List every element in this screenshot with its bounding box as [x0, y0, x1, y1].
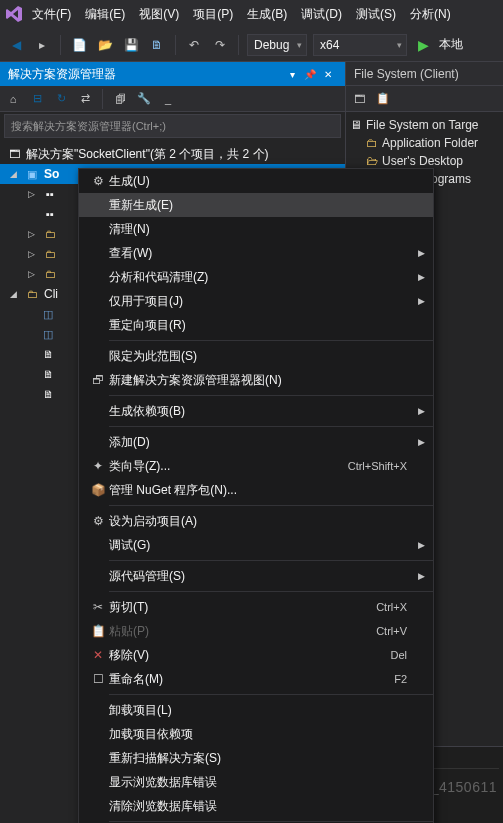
redo-button[interactable]: ↷: [210, 35, 230, 55]
expand-icon[interactable]: ▷: [28, 249, 38, 259]
context-menu-item[interactable]: 源代码管理(S)▶: [79, 564, 433, 588]
props-icon[interactable]: 🔧: [135, 90, 153, 108]
context-menu-item[interactable]: ⚙设为启动项目(A): [79, 509, 433, 533]
menu-item-label: 移除(V): [109, 647, 390, 664]
menu-build[interactable]: 生成(B): [241, 2, 293, 27]
project-context-menu: ⚙生成(U)重新生成(E)清理(N)查看(W)▶分析和代码清理(Z)▶仅用于项目…: [78, 168, 434, 823]
menu-item-shortcut: Ctrl+V: [376, 625, 413, 637]
context-menu-item[interactable]: 加载项目依赖项: [79, 722, 433, 746]
context-menu-item[interactable]: 重定向项目(R): [79, 313, 433, 337]
home-icon[interactable]: ⌂: [4, 90, 22, 108]
run-label: 本地: [439, 36, 463, 53]
submenu-arrow-icon: ▶: [413, 296, 425, 306]
context-menu-item[interactable]: 限定为此范围(S): [79, 344, 433, 368]
menu-separator: [109, 340, 433, 341]
menu-item-label: 分析和代码清理(Z): [109, 269, 413, 286]
context-menu-item[interactable]: ⚙生成(U): [79, 169, 433, 193]
solution-icon: 🗔: [6, 147, 22, 161]
menu-item-label: 加载项目依赖项: [109, 726, 413, 743]
project-icon: 🗀: [24, 287, 40, 301]
file-icon: 🗎: [40, 367, 56, 381]
folder-icon: 🗁: [366, 154, 378, 168]
menu-analyze[interactable]: 分析(N): [404, 2, 457, 27]
context-menu-item[interactable]: 重新生成(E): [79, 193, 433, 217]
menu-item-shortcut: Del: [390, 649, 413, 661]
context-menu-item[interactable]: 仅用于项目(J)▶: [79, 289, 433, 313]
fs-tool2[interactable]: 📋: [374, 90, 392, 108]
solution-explorer-toolbar: ⌂ ⊟ ↻ ⇄ 🗐 🔧 _: [0, 86, 345, 112]
submenu-arrow-icon: ▶: [413, 571, 425, 581]
back-button[interactable]: ◀: [6, 35, 26, 55]
menu-item-label: 粘贴(P): [109, 623, 376, 640]
✂-icon: ✂: [87, 600, 109, 614]
close-icon[interactable]: ✕: [319, 65, 337, 83]
menu-project[interactable]: 项目(P): [187, 2, 239, 27]
menu-separator: [109, 694, 433, 695]
context-menu-item[interactable]: 清除浏览数据库错误: [79, 794, 433, 818]
preview-icon[interactable]: _: [159, 90, 177, 108]
pin-icon[interactable]: 📌: [301, 65, 319, 83]
menu-item-label: 清除浏览数据库错误: [109, 798, 413, 815]
solution-search-input[interactable]: 搜索解决方案资源管理器(Ctrl+;): [4, 114, 341, 138]
expand-icon[interactable]: ◢: [10, 289, 20, 299]
new-file-button[interactable]: 📄: [69, 35, 89, 55]
context-menu-item[interactable]: 添加(D)▶: [79, 430, 433, 454]
config-combo[interactable]: Debug: [247, 34, 307, 56]
sync-icon[interactable]: ⇄: [76, 90, 94, 108]
context-menu-item[interactable]: ✦类向导(Z)...Ctrl+Shift+X: [79, 454, 433, 478]
fs-item[interactable]: 🗀 Application Folder: [350, 134, 499, 152]
fs-root[interactable]: 🖥 File System on Targe: [350, 116, 499, 134]
context-menu-item[interactable]: ☐重命名(M)F2: [79, 667, 433, 691]
menu-item-label: 重新扫描解决方案(S): [109, 750, 413, 767]
context-menu-item[interactable]: 查看(W)▶: [79, 241, 433, 265]
context-menu-item[interactable]: 显示浏览数据库错误: [79, 770, 433, 794]
expand-icon[interactable]: ▷: [28, 229, 38, 239]
submenu-arrow-icon: ▶: [413, 272, 425, 282]
file-icon: 🗎: [40, 387, 56, 401]
save-button[interactable]: 💾: [121, 35, 141, 55]
expand-icon[interactable]: ▷: [28, 189, 38, 199]
🗗-icon: 🗗: [87, 373, 109, 387]
menu-separator: [109, 591, 433, 592]
menu-test[interactable]: 测试(S): [350, 2, 402, 27]
fs-item-label: User's Desktop: [382, 154, 463, 168]
expand-icon[interactable]: ▷: [28, 269, 38, 279]
context-menu-item[interactable]: 卸载项目(L): [79, 698, 433, 722]
fs-tool1[interactable]: 🗔: [350, 90, 368, 108]
computer-icon: 🖥: [350, 118, 362, 132]
context-menu-item[interactable]: ✂剪切(T)Ctrl+X: [79, 595, 433, 619]
context-menu-item[interactable]: 📦管理 NuGet 程序包(N)...: [79, 478, 433, 502]
menu-item-label: 清理(N): [109, 221, 413, 238]
context-menu-item[interactable]: 生成依赖项(B)▶: [79, 399, 433, 423]
solution-node[interactable]: 🗔 解决方案"SocketClient"(第 2 个项目，共 2 个): [0, 144, 345, 164]
refresh-icon[interactable]: ↻: [52, 90, 70, 108]
undo-button[interactable]: ↶: [184, 35, 204, 55]
submenu-arrow-icon: ▶: [413, 406, 425, 416]
platform-combo[interactable]: x64: [313, 34, 407, 56]
menu-file[interactable]: 文件(F): [26, 2, 77, 27]
collapse-icon[interactable]: ⊟: [28, 90, 46, 108]
forward-button[interactable]: ▸: [32, 35, 52, 55]
start-debug-button[interactable]: ▶: [413, 35, 433, 55]
context-menu-item[interactable]: 重新扫描解决方案(S): [79, 746, 433, 770]
menu-item-label: 管理 NuGet 程序包(N)...: [109, 482, 413, 499]
menu-debug[interactable]: 调试(D): [295, 2, 348, 27]
context-menu-item[interactable]: 调试(G)▶: [79, 533, 433, 557]
menu-view[interactable]: 视图(V): [133, 2, 185, 27]
menu-edit[interactable]: 编辑(E): [79, 2, 131, 27]
show-all-icon[interactable]: 🗐: [111, 90, 129, 108]
context-menu-item[interactable]: 清理(N): [79, 217, 433, 241]
context-menu-item[interactable]: 🗗新建解决方案资源管理器视图(N): [79, 368, 433, 392]
⚙-icon: ⚙: [87, 174, 109, 188]
expand-icon[interactable]: ◢: [10, 169, 20, 179]
context-menu-item[interactable]: ✕移除(V)Del: [79, 643, 433, 667]
open-button[interactable]: 📂: [95, 35, 115, 55]
submenu-arrow-icon: ▶: [413, 437, 425, 447]
folder-icon: 🗀: [42, 247, 58, 261]
dropdown-icon[interactable]: ▾: [283, 65, 301, 83]
context-menu-item[interactable]: 分析和代码清理(Z)▶: [79, 265, 433, 289]
✕-icon: ✕: [87, 648, 109, 662]
save-all-button[interactable]: 🗎: [147, 35, 167, 55]
menu-separator: [109, 560, 433, 561]
solution-label: 解决方案"SocketClient"(第 2 个项目，共 2 个): [26, 146, 269, 163]
